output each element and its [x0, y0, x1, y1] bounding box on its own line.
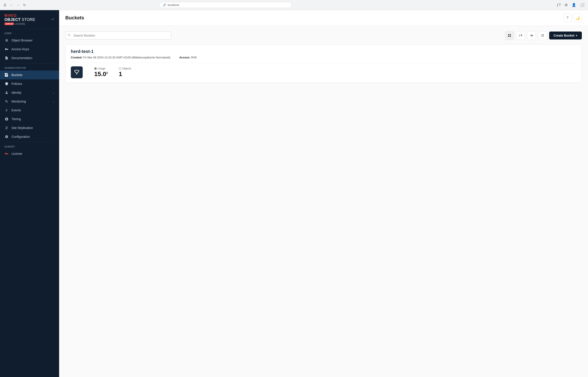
create-bucket-plus-icon: + — [576, 34, 577, 37]
address-bar: 🔗 localhost — [159, 2, 292, 8]
browser-extensions-btn[interactable]: ƒ? — [556, 2, 562, 8]
bucket-stats: Usage 15.0B Objects 1 — [71, 66, 576, 78]
identity-chevron-icon: ⌄ — [52, 91, 55, 94]
objects-label-text: Objects — [122, 67, 131, 70]
bucket-created: Created: Fri Mar 08 2024 14:22:33 GMT+01… — [71, 56, 170, 59]
sidebar-item-license[interactable]: License — [0, 149, 59, 158]
license-icon — [4, 152, 9, 156]
header-actions: ? 🌙 — [563, 14, 582, 22]
bucket-access-label: Access: — [179, 56, 190, 59]
sidebar-divider-admin — [3, 63, 56, 63]
monitoring-icon — [4, 99, 9, 104]
bucket-created-label: Created: — [71, 56, 83, 59]
help-button[interactable]: ? — [563, 14, 572, 22]
sidebar-item-configuration[interactable]: Configuration — [0, 132, 59, 141]
sidebar-item-label-buckets: Buckets — [12, 73, 55, 77]
objects-value: 1 — [119, 71, 131, 78]
bucket-icon — [71, 66, 83, 78]
app-container: MINIO OBJECT STORE AGPLV3 LICENSE ⊣ User… — [0, 10, 588, 377]
toolbar: Create Bucket + — [65, 31, 582, 40]
sidebar-item-label-monitoring: Monitoring — [12, 100, 50, 103]
sidebar-item-label-configuration: Configuration — [12, 135, 55, 139]
address-icon: 🔗 — [163, 3, 166, 7]
user-section-label: User — [0, 30, 59, 36]
address-text: localhost — [168, 3, 179, 7]
sidebar-item-identity[interactable]: Identity ⌄ — [0, 88, 59, 97]
objects-stat: Objects 1 — [119, 67, 131, 78]
forward-button[interactable]: → — [16, 2, 21, 8]
bucket-card[interactable]: herd-test-1 Created: Fri Mar 08 2024 14:… — [65, 44, 582, 83]
list-view-button-1[interactable] — [516, 31, 525, 40]
sidebar-item-object-browser[interactable]: ⊞ Object Browser — [0, 36, 59, 45]
sidebar-item-site-replication[interactable]: Site Replication — [0, 123, 59, 132]
events-icon: λ — [4, 108, 9, 112]
theme-toggle-button[interactable]: 🌙 — [574, 14, 582, 22]
refresh-button[interactable] — [538, 31, 547, 40]
back-button[interactable]: ← — [9, 2, 14, 8]
logo-area: MINIO OBJECT STORE AGPLV3 LICENSE — [4, 14, 35, 25]
main-body: Create Bucket + herd-test-1 Created: Fri… — [59, 26, 588, 377]
sidebar-item-label-tiering: Tiering — [12, 117, 55, 121]
site-replication-icon — [4, 126, 9, 130]
browser-chrome: ☰ ← → ↻ 🔗 localhost ƒ? ⚙ 👤 ⬜ — [0, 0, 588, 10]
sidebar-item-label-license: License — [12, 152, 55, 155]
page-title: Buckets — [65, 15, 84, 21]
logo-minio: MINIO — [4, 14, 35, 18]
create-bucket-button[interactable]: Create Bucket + — [549, 32, 582, 39]
sidebar-item-events[interactable]: λ Events — [0, 106, 59, 115]
list-view-button-2[interactable] — [527, 31, 536, 40]
sidebar-header: MINIO OBJECT STORE AGPLV3 LICENSE ⊣ — [0, 10, 59, 28]
logo-object-store: OBJECT STORE — [4, 18, 35, 22]
agpl-badge: AGPLV3 — [4, 23, 14, 25]
buckets-icon — [4, 73, 9, 77]
usage-unit: B — [106, 71, 108, 74]
bucket-meta: Created: Fri Mar 08 2024 14:22:33 GMT+01… — [71, 56, 576, 63]
access-keys-icon — [4, 47, 9, 51]
sidebar-toggle-browser[interactable]: ☰ — [3, 2, 7, 8]
reload-button[interactable]: ↻ — [22, 2, 27, 8]
sidebar: MINIO OBJECT STORE AGPLV3 LICENSE ⊣ User… — [0, 10, 59, 377]
usage-value: 15.0B — [94, 71, 108, 78]
sidebar-item-label-policies: Policies — [12, 82, 55, 85]
license-text: LICENSE — [15, 23, 25, 25]
browser-settings-btn[interactable]: ⚙ — [564, 2, 569, 8]
tiering-icon — [4, 117, 9, 121]
search-input[interactable] — [65, 32, 171, 39]
objects-label: Objects — [119, 67, 131, 70]
sidebar-item-access-keys[interactable]: Access Keys — [0, 45, 59, 54]
main-content: Buckets ? 🌙 — [59, 10, 588, 377]
sidebar-item-buckets[interactable]: Buckets — [0, 71, 59, 79]
grid-view-button[interactable] — [505, 31, 514, 40]
sidebar-item-label-access-keys: Access Keys — [12, 47, 55, 51]
usage-label: Usage — [94, 67, 108, 70]
bucket-created-value: Fri Mar 08 2024 14:22:33 GMT+0100 (Mitte… — [83, 56, 170, 59]
main-header: Buckets ? 🌙 — [59, 10, 588, 26]
browser-split-btn[interactable]: ⬜ — [579, 2, 585, 8]
usage-label-text: Usage — [98, 67, 105, 70]
search-input-wrap — [65, 32, 171, 39]
bucket-access-value: R/W — [191, 56, 197, 59]
sidebar-item-label-documentation: Documentation — [12, 56, 55, 60]
bucket-name: herd-test-1 — [71, 49, 576, 54]
subnet-section-label: Subnet — [0, 143, 59, 149]
sidebar-divider-subnet — [3, 142, 56, 142]
sidebar-item-tiering[interactable]: Tiering — [0, 115, 59, 123]
sidebar-item-documentation[interactable]: Documentation — [0, 54, 59, 62]
sidebar-item-monitoring[interactable]: Monitoring ⌄ — [0, 97, 59, 106]
collapse-sidebar-button[interactable]: ⊣ — [50, 16, 55, 22]
admin-section-label: Administrator — [0, 64, 59, 71]
object-browser-icon: ⊞ — [4, 38, 9, 43]
usage-stat: Usage 15.0B — [94, 67, 108, 78]
bucket-access: Access: R/W — [179, 56, 197, 59]
sidebar-item-label-identity: Identity — [12, 91, 50, 94]
policies-icon — [4, 82, 9, 86]
sidebar-item-policies[interactable]: Policies — [0, 79, 59, 88]
documentation-icon — [4, 56, 9, 60]
search-icon — [68, 34, 71, 37]
monitoring-chevron-icon: ⌄ — [52, 100, 55, 103]
sidebar-divider-top — [3, 29, 56, 29]
browser-account-btn[interactable]: 👤 — [571, 2, 577, 8]
sidebar-item-label-object-browser: Object Browser — [12, 39, 55, 42]
sidebar-item-label-events: Events — [12, 108, 55, 112]
sidebar-item-label-site-replication: Site Replication — [12, 126, 55, 130]
